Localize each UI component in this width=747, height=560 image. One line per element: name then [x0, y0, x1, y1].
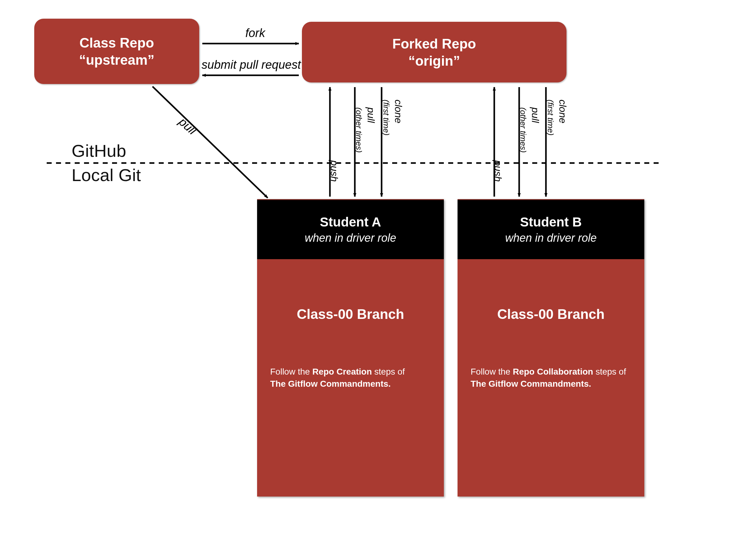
student-a-follow-pre: Follow the [270, 367, 312, 376]
student-b-card: Student B when in driver role Class-00 B… [458, 199, 644, 497]
student-a-follow-bold1: Repo Creation [312, 367, 371, 376]
arrow-label-pull-diagonal: pull [176, 115, 199, 137]
student-a-body: Class-00 Branch Follow the Repo Creation… [257, 259, 444, 497]
arrow-label-pull-a-text: pull [365, 107, 377, 123]
student-b-branch: Class-00 Branch [471, 306, 631, 322]
forked-repo-title: Forked Repo [302, 35, 566, 52]
arrow-label-clone-a: clone (first time) [381, 100, 404, 136]
student-a-card: Student A when in driver role Class-00 B… [257, 199, 444, 497]
arrow-label-clone-b-text: clone [557, 100, 568, 124]
arrow-label-pull-b-text: pull [530, 107, 541, 123]
arrow-pull-diagonal [153, 86, 268, 198]
class-repo-title: Class Repo [34, 34, 199, 51]
arrow-label-push-a: push [328, 160, 340, 182]
student-b-header: Student B when in driver role [458, 199, 644, 259]
student-b-follow-pre: Follow the [471, 367, 513, 376]
arrow-label-pull-a-note: (other times) [354, 107, 364, 153]
arrow-label-submit-pr: submit pull request [200, 58, 303, 72]
arrow-label-push-b: push [492, 160, 504, 182]
arrow-label-clone-a-note: (first time) [382, 100, 391, 136]
zone-label-github: GitHub [72, 141, 126, 161]
student-a-branch: Class-00 Branch [270, 306, 431, 322]
class-repo-subtitle: “upstream” [34, 51, 199, 69]
diagram-canvas: Class Repo “upstream” Forked Repo “origi… [0, 0, 747, 560]
student-a-follow-mid: steps of [372, 367, 405, 376]
student-b-follow-bold1: Repo Collaboration [513, 367, 593, 376]
student-b-follow-mid: steps of [593, 367, 626, 376]
arrow-label-fork: fork [236, 26, 274, 40]
student-b-role: when in driver role [458, 232, 644, 244]
student-a-header: Student A when in driver role [257, 199, 444, 259]
zone-label-localgit: Local Git [72, 165, 141, 185]
student-b-follow: Follow the Repo Collaboration steps of T… [471, 366, 631, 390]
arrow-label-pull-b: pull (other times) [518, 107, 541, 153]
student-b-name: Student B [458, 215, 644, 230]
student-a-name: Student A [257, 215, 444, 230]
arrow-label-clone-a-text: clone [393, 100, 404, 124]
arrow-label-pull-a: pull (other times) [354, 107, 377, 153]
forked-repo-subtitle: “origin” [302, 52, 566, 70]
forked-repo-box: Forked Repo “origin” [302, 22, 566, 82]
student-b-body: Class-00 Branch Follow the Repo Collabor… [458, 259, 644, 497]
student-b-follow-bold2: The Gitflow Commandments. [471, 379, 591, 389]
arrow-label-clone-b-note: (first time) [546, 100, 555, 136]
student-a-role: when in driver role [257, 232, 444, 244]
arrow-label-clone-b: clone (first time) [545, 100, 568, 136]
student-a-follow: Follow the Repo Creation steps of The Gi… [270, 366, 431, 390]
student-a-follow-bold2: The Gitflow Commandments. [270, 379, 391, 389]
class-repo-box: Class Repo “upstream” [34, 19, 199, 84]
arrow-label-pull-b-note: (other times) [518, 107, 528, 153]
